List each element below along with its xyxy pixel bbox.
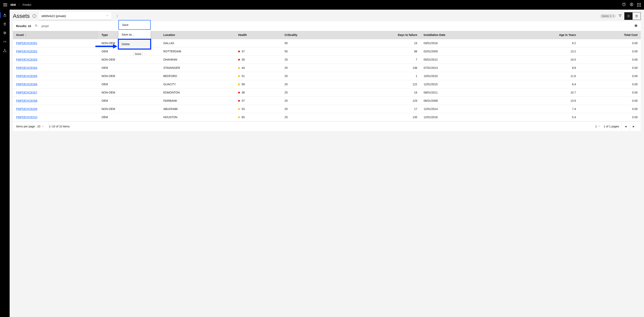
search-icon[interactable]: [35, 24, 38, 28]
page-header: Assets i s60think22 (private) Query: 1 ✕: [10, 10, 644, 21]
asset-link[interactable]: PMPDEVICE005: [16, 74, 37, 78]
sidebar-item-settings[interactable]: [3, 31, 7, 35]
page-select[interactable]: 1: [595, 125, 604, 128]
sidebar-item-location[interactable]: [3, 22, 7, 26]
next-page-button[interactable]: ▶: [630, 122, 638, 131]
cell-criticality: 25: [281, 80, 341, 88]
column-days-to-failure[interactable]: Days to failure: [341, 31, 420, 39]
cell-location: HOUSTON: [160, 113, 235, 121]
cell-criticality: 25: [281, 97, 341, 105]
asset-link[interactable]: PMPDEVICE003: [16, 58, 37, 61]
svg-point-17: [35, 25, 37, 26]
asset-link[interactable]: PMPDEVICE006: [16, 83, 37, 86]
overflow-menu-save[interactable]: Save: [118, 20, 150, 30]
cell-cost: 0.00: [579, 97, 641, 105]
svg-rect-20: [636, 25, 637, 27]
view-list-button[interactable]: [624, 12, 632, 20]
asset-link[interactable]: PMPDEVICE007: [16, 91, 37, 94]
table-row: PMPDEVICE003NON-OEMDHAHRAN3925705/01/201…: [13, 55, 641, 64]
column-age[interactable]: Age in Years: [507, 31, 579, 39]
items-per-page-label: Items per page:: [16, 125, 36, 128]
asset-link[interactable]: PMPDEVICE002: [16, 50, 37, 53]
table-row: PMPDEVICE010OEMHOUSTON652513512/01/20165…: [13, 113, 641, 121]
sidebar: [0, 10, 10, 317]
items-per-page-select[interactable]: 10: [37, 125, 44, 128]
cell-install-date: 12/01/2016: [420, 113, 507, 121]
app-switcher-icon[interactable]: [637, 3, 641, 7]
asset-link[interactable]: PMPDEVICE010: [16, 116, 37, 119]
view-map-button[interactable]: [632, 12, 640, 20]
asset-link[interactable]: PMPDEVICE008: [16, 99, 37, 102]
table-header-row: Asset↑ Type Location Health Criticality …: [13, 31, 641, 39]
query-count-pill[interactable]: Query: 1 ✕: [600, 14, 616, 18]
cell-days: 136: [341, 64, 420, 72]
overflow-menu-delete[interactable]: Delete: [118, 39, 150, 49]
column-location[interactable]: Location: [160, 31, 235, 39]
cell-health: 51: [235, 72, 281, 80]
cell-criticality: 25: [281, 64, 341, 72]
cell-asset: PMPDEVICE002: [13, 47, 98, 55]
cell-health: 38: [235, 88, 281, 97]
app-name: Predict: [19, 3, 31, 6]
column-asset[interactable]: Asset↑: [13, 31, 98, 39]
cell-cost: 0.00: [579, 72, 641, 80]
svg-point-12: [117, 15, 118, 15]
column-health[interactable]: Health: [235, 31, 281, 39]
cell-location: ROTTERDAM: [160, 47, 235, 55]
search-input[interactable]: pmpd: [42, 24, 48, 28]
cell-asset: PMPDEVICE006: [13, 80, 98, 88]
svg-point-5: [4, 23, 5, 24]
cell-days: 17: [341, 105, 420, 113]
overflow-menu-save-as[interactable]: Save as…: [118, 30, 150, 39]
query-select-label: s60think22 (private): [41, 14, 66, 18]
cell-location: ABUDHABI: [160, 105, 235, 113]
column-installation-date[interactable]: Installation Date: [420, 31, 507, 39]
cell-asset: PMPDEVICE007: [13, 88, 98, 97]
cell-location: STAVANGER: [160, 64, 235, 72]
cell-criticality: 25: [281, 55, 341, 64]
cell-install-date: 05/01/2012: [420, 55, 507, 64]
asset-link[interactable]: PMPDEVICE009: [16, 107, 37, 111]
svg-rect-19: [636, 25, 636, 27]
sidebar-item-gauge[interactable]: [3, 40, 7, 44]
cell-age: 6.4: [507, 80, 579, 88]
pagination-bar: Items per page: 10 1–10 of 10 items 1: [13, 121, 641, 131]
query-pill-label: Query: 1: [602, 15, 611, 17]
column-criticality[interactable]: Criticality: [281, 31, 341, 39]
cell-asset: PMPDEVICE003: [13, 55, 98, 64]
health-status-dot: [238, 116, 240, 118]
query-select[interactable]: s60think22 (private): [39, 12, 111, 20]
column-total-cost[interactable]: Total Cost: [579, 31, 641, 39]
help-icon[interactable]: [622, 2, 626, 7]
sidebar-item-hierarchy[interactable]: [3, 48, 7, 52]
sidebar-item-rocket[interactable]: [3, 13, 7, 17]
user-icon[interactable]: [630, 2, 634, 7]
prev-page-button[interactable]: ◀: [622, 122, 630, 131]
table-row: PMPDEVICE008OEMFAIRBANK372512906/01/2008…: [13, 97, 641, 105]
asset-link[interactable]: PMPDEVICE004: [16, 66, 37, 69]
cell-location: BEDFORD: [160, 72, 235, 80]
asset-link[interactable]: PMPDEVICE001: [16, 41, 37, 45]
menu-icon[interactable]: [3, 3, 7, 6]
items-range: 1–10 of 10 items: [49, 125, 70, 128]
filter-icon[interactable]: [618, 14, 622, 18]
search-row: Results: 10 pmpd: [13, 21, 641, 31]
cell-asset: PMPDEVICE005: [13, 72, 98, 80]
table-row: PMPDEVICE005NON-OEMBEDFORD5125110/01/201…: [13, 72, 641, 80]
close-icon[interactable]: ✕: [612, 15, 614, 17]
svg-point-14: [117, 17, 118, 17]
cell-cost: 0.00: [579, 55, 641, 64]
data-table-card: Results: 10 pmpd Asset↑ Type Location He…: [13, 21, 641, 131]
cell-criticality: 50: [281, 47, 341, 55]
column-settings-icon[interactable]: [634, 24, 638, 28]
cell-type: OEM: [98, 97, 160, 105]
info-icon[interactable]: i: [32, 14, 36, 18]
svg-point-13: [117, 16, 118, 16]
cell-install-date: 12/01/2015: [420, 80, 507, 88]
health-status-dot: [238, 92, 240, 93]
svg-point-3: [631, 3, 632, 4]
cell-asset: PMPDEVICE010: [13, 113, 98, 121]
cell-days: 129: [341, 97, 420, 105]
cell-age: 13.9: [507, 97, 579, 105]
overflow-menu-button[interactable]: [114, 13, 120, 19]
